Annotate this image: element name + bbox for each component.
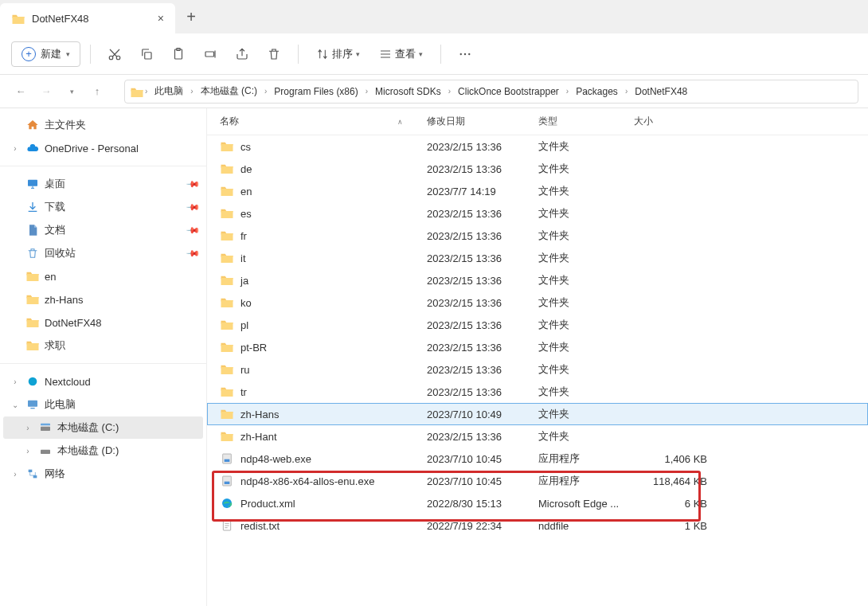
sidebar-item-onedrive[interactable]: › OneDrive - Personal bbox=[3, 137, 203, 159]
chevron-right-icon[interactable]: › bbox=[10, 144, 21, 153]
file-row[interactable]: Product.xml2022/8/30 15:13Microsoft Edge… bbox=[207, 492, 868, 514]
close-icon[interactable]: × bbox=[158, 12, 164, 25]
view-button[interactable]: 查看 ▾ bbox=[371, 42, 431, 66]
file-type: 文件夹 bbox=[538, 318, 634, 332]
folder-icon bbox=[220, 429, 234, 444]
chevron-right-icon[interactable]: › bbox=[10, 377, 21, 386]
share-icon[interactable] bbox=[228, 40, 256, 68]
chevron-right-icon[interactable]: › bbox=[365, 87, 369, 96]
column-size[interactable]: 大小 bbox=[634, 115, 714, 128]
chevron-right-icon[interactable]: › bbox=[448, 87, 452, 96]
file-row[interactable]: tr2023/2/15 13:36文件夹 bbox=[207, 381, 868, 403]
sidebar-item-network[interactable]: › 网络 bbox=[3, 463, 203, 485]
forward-button[interactable]: → bbox=[35, 80, 57, 103]
sidebar-item-desktop[interactable]: 桌面 📌 bbox=[3, 173, 203, 195]
breadcrumb-item[interactable]: 此电脑 bbox=[150, 82, 188, 100]
file-row[interactable]: pl2023/2/15 13:36文件夹 bbox=[207, 314, 868, 336]
folder-icon bbox=[220, 407, 234, 421]
file-row[interactable]: zh-Hant2023/2/15 13:36文件夹 bbox=[207, 425, 868, 448]
delete-icon[interactable] bbox=[260, 40, 288, 68]
folder-icon bbox=[220, 273, 234, 287]
svg-point-6 bbox=[460, 53, 462, 54]
file-date: 2023/2/15 13:36 bbox=[427, 230, 538, 242]
new-button[interactable]: + 新建 ▾ bbox=[11, 41, 80, 67]
breadcrumb-item[interactable]: Packages bbox=[571, 84, 623, 100]
chevron-right-icon[interactable]: › bbox=[144, 87, 148, 96]
recent-dropdown[interactable]: ▾ bbox=[61, 80, 83, 103]
chevron-right-icon[interactable]: › bbox=[190, 87, 194, 96]
sort-button[interactable]: 排序 ▾ bbox=[308, 42, 368, 66]
column-date[interactable]: 修改日期 bbox=[427, 115, 538, 128]
chevron-right-icon[interactable]: › bbox=[10, 470, 21, 479]
file-row[interactable]: ko2023/2/15 13:36文件夹 bbox=[207, 291, 868, 314]
file-date: 2023/2/15 13:36 bbox=[427, 275, 538, 287]
sidebar-item-zhhans[interactable]: zh-Hans bbox=[3, 288, 203, 311]
file-date: 2023/2/15 13:36 bbox=[427, 386, 538, 398]
sidebar-item-documents[interactable]: 文档 📌 bbox=[3, 219, 203, 241]
file-row[interactable]: ru2023/2/15 13:36文件夹 bbox=[207, 358, 868, 381]
cut-icon[interactable] bbox=[100, 40, 129, 68]
back-button[interactable]: ← bbox=[10, 80, 32, 103]
chevron-right-icon[interactable]: › bbox=[264, 87, 268, 96]
file-row[interactable]: ndp48-web.exe2023/7/10 10:45应用程序1,406 KB bbox=[207, 448, 868, 470]
breadcrumb-item[interactable]: Microsoft SDKs bbox=[370, 84, 446, 100]
sidebar-item-home[interactable]: 主文件夹 bbox=[3, 114, 203, 136]
breadcrumb-item[interactable]: Program Files (x86) bbox=[269, 84, 362, 100]
svg-rect-18 bbox=[223, 454, 232, 463]
drive-icon bbox=[38, 444, 53, 458]
sidebar-item-nextcloud[interactable]: › Nextcloud bbox=[3, 370, 203, 393]
file-row[interactable]: en2023/7/7 14:19文件夹 bbox=[207, 180, 868, 202]
folder-icon bbox=[130, 85, 143, 98]
chevron-right-icon[interactable]: › bbox=[624, 87, 628, 96]
column-name[interactable]: 名称∧ bbox=[220, 115, 427, 128]
breadcrumb-item[interactable]: DotNetFX48 bbox=[630, 84, 692, 100]
breadcrumb-item[interactable]: ClickOnce Bootstrapper bbox=[453, 84, 564, 100]
sidebar-item-ddrive[interactable]: › 本地磁盘 (D:) bbox=[3, 440, 203, 462]
chevron-right-icon[interactable]: › bbox=[565, 87, 569, 96]
breadcrumb-item[interactable]: 本地磁盘 (C:) bbox=[196, 82, 262, 100]
paste-icon[interactable] bbox=[164, 40, 193, 68]
sidebar-item-dotnet[interactable]: DotNetFX48 bbox=[3, 311, 203, 334]
sidebar-item-cdrive[interactable]: › 本地磁盘 (C:) bbox=[3, 416, 203, 439]
chevron-right-icon[interactable]: › bbox=[22, 424, 33, 432]
up-button[interactable]: ↑ bbox=[86, 80, 108, 103]
sidebar-item-thispc[interactable]: ⌄ 此电脑 bbox=[3, 393, 203, 416]
file-row[interactable]: ndp48-x86-x64-allos-enu.exe2023/7/10 10:… bbox=[207, 470, 868, 492]
chevron-right-icon[interactable]: › bbox=[22, 447, 33, 455]
sidebar-item-qiuzhi[interactable]: 求职 bbox=[3, 334, 203, 357]
column-type[interactable]: 类型 bbox=[538, 115, 634, 128]
file-name: ndp48-x86-x64-allos-enu.exe bbox=[240, 475, 374, 487]
breadcrumb[interactable]: › 此电脑 › 本地磁盘 (C:) › Program Files (x86) … bbox=[124, 80, 858, 104]
exe-icon bbox=[220, 452, 234, 466]
file-row[interactable]: de2023/2/15 13:36文件夹 bbox=[207, 158, 868, 180]
svg-point-7 bbox=[464, 53, 466, 54]
chevron-down-icon: ▾ bbox=[356, 50, 360, 58]
edge-icon bbox=[220, 496, 234, 510]
file-row[interactable]: zh-Hans2023/7/10 10:49文件夹 bbox=[207, 403, 868, 425]
sidebar-item-downloads[interactable]: 下载 📌 bbox=[3, 196, 203, 218]
more-icon[interactable] bbox=[451, 40, 479, 68]
separator bbox=[440, 45, 441, 64]
file-size: 1 KB bbox=[634, 520, 714, 532]
sidebar-item-en[interactable]: en bbox=[3, 265, 203, 287]
pin-icon: 📌 bbox=[185, 222, 200, 237]
file-row[interactable]: it2023/2/15 13:36文件夹 bbox=[207, 247, 868, 269]
sidebar-item-recycle[interactable]: 回收站 📌 bbox=[3, 242, 203, 264]
folder-icon bbox=[25, 292, 40, 307]
folder-icon bbox=[220, 229, 234, 243]
file-row[interactable]: fr2023/2/15 13:36文件夹 bbox=[207, 225, 868, 247]
copy-icon[interactable] bbox=[132, 40, 161, 68]
file-type: 文件夹 bbox=[538, 295, 634, 310]
file-row[interactable]: redist.txt2022/7/19 22:34nddfile1 KB bbox=[207, 514, 868, 537]
tab-active[interactable]: DotNetFX48 × bbox=[0, 3, 175, 33]
new-tab-button[interactable]: + bbox=[175, 8, 207, 26]
svg-rect-16 bbox=[29, 470, 33, 472]
rename-icon[interactable] bbox=[196, 40, 225, 68]
file-row[interactable]: ja2023/2/15 13:36文件夹 bbox=[207, 269, 868, 291]
file-row[interactable]: pt-BR2023/2/15 13:36文件夹 bbox=[207, 336, 868, 358]
chevron-down-icon[interactable]: ⌄ bbox=[10, 401, 21, 409]
file-row[interactable]: es2023/2/15 13:36文件夹 bbox=[207, 202, 868, 225]
file-name: cs bbox=[240, 141, 251, 153]
file-row[interactable]: cs2023/2/15 13:36文件夹 bbox=[207, 135, 868, 158]
file-name: zh-Hans bbox=[240, 409, 279, 420]
